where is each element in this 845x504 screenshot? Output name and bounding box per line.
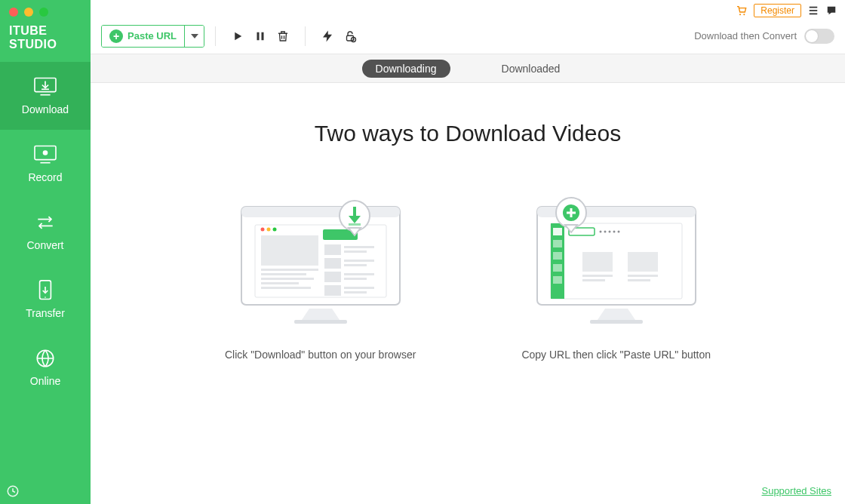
sidebar-item-download[interactable]: Download (0, 62, 91, 130)
tab-downloading[interactable]: Downloading (362, 60, 450, 78)
delete-button[interactable] (272, 25, 294, 48)
headline: Two ways to Download Videos (315, 121, 621, 146)
sidebar: ITUBE STUDIO Download Record Convert (0, 0, 91, 504)
cart-icon[interactable] (736, 5, 748, 17)
sidebar-item-online[interactable]: Online (0, 333, 91, 401)
play-button[interactable] (226, 25, 249, 48)
svg-point-71 (613, 231, 615, 233)
paste-url-label: Paste URL (128, 30, 177, 41)
paste-url-group: + Paste URL (101, 25, 204, 48)
transfer-icon (32, 280, 58, 301)
tabs: Downloading Downloaded (91, 54, 845, 83)
content-area: Two ways to Download Videos (91, 83, 845, 504)
svg-rect-47 (344, 278, 367, 280)
svg-rect-32 (261, 235, 318, 266)
window-controls (0, 0, 91, 21)
svg-rect-65 (553, 264, 562, 272)
menu-icon[interactable] (807, 5, 819, 17)
sidebar-item-transfer[interactable]: Transfer (0, 266, 91, 333)
browser-download-illustration (234, 184, 407, 327)
pause-button[interactable] (249, 25, 272, 48)
sidebar-item-label: Record (28, 171, 62, 183)
svg-rect-27 (294, 320, 347, 324)
paste-url-dropdown[interactable] (184, 26, 204, 47)
svg-rect-37 (261, 287, 311, 289)
close-window-button[interactable] (9, 8, 18, 17)
svg-rect-63 (553, 240, 562, 247)
svg-rect-46 (344, 273, 374, 275)
online-icon (32, 348, 58, 369)
tab-downloaded[interactable]: Downloaded (488, 60, 574, 78)
convert-icon (32, 212, 58, 233)
sidebar-nav: Download Record Convert Transfer (0, 62, 91, 401)
svg-rect-66 (553, 276, 562, 284)
svg-rect-77 (628, 275, 658, 277)
svg-rect-50 (344, 291, 367, 293)
sidebar-item-label: Online (30, 375, 60, 387)
separator (215, 26, 216, 46)
svg-rect-64 (553, 252, 562, 260)
utility-row: Register (91, 0, 845, 18)
svg-point-6 (43, 150, 48, 155)
svg-marker-26 (302, 309, 340, 320)
svg-point-29 (260, 228, 264, 232)
download-icon (32, 76, 58, 97)
private-mode-button[interactable] (339, 25, 361, 48)
app-brand: ITUBE STUDIO (0, 21, 91, 62)
svg-rect-14 (810, 7, 818, 8)
register-button[interactable]: Register (754, 4, 801, 17)
svg-rect-55 (349, 223, 361, 226)
svg-point-68 (599, 231, 601, 233)
svg-point-23 (352, 38, 354, 40)
toggle-knob (806, 30, 818, 42)
sidebar-item-label: Convert (26, 239, 63, 251)
sidebar-item-label: Download (22, 103, 69, 115)
svg-rect-44 (344, 264, 367, 266)
method-paste-url-caption: Copy URL then click "Paste URL" button (521, 349, 711, 361)
svg-rect-49 (344, 287, 374, 289)
sidebar-item-record[interactable]: Record (0, 130, 91, 198)
svg-point-31 (272, 228, 276, 232)
svg-rect-19 (262, 32, 264, 40)
feedback-icon[interactable] (825, 5, 837, 17)
download-then-convert-label: Download then Convert (694, 30, 797, 41)
main-area: Register + Paste URL (91, 0, 845, 504)
svg-point-9 (45, 297, 46, 298)
method-browser-caption: Click "Download" button on your browser (225, 349, 416, 361)
plus-icon: + (109, 29, 123, 43)
svg-point-72 (617, 231, 619, 233)
svg-rect-43 (344, 260, 374, 262)
svg-marker-58 (598, 309, 635, 320)
svg-point-12 (739, 14, 741, 15)
svg-rect-33 (261, 269, 318, 271)
sidebar-item-convert[interactable]: Convert (0, 198, 91, 266)
paste-url-illustration (530, 184, 703, 327)
paste-url-button[interactable]: + Paste URL (102, 26, 184, 47)
svg-rect-62 (553, 228, 562, 235)
maximize-window-button[interactable] (39, 8, 48, 17)
minimize-window-button[interactable] (24, 8, 33, 17)
svg-rect-16 (810, 14, 818, 15)
method-paste-url-card: Copy URL then click "Paste URL" button (521, 184, 711, 361)
download-then-convert-toggle[interactable] (804, 29, 834, 44)
svg-rect-34 (261, 273, 306, 275)
chevron-down-icon (191, 34, 198, 38)
svg-rect-83 (570, 208, 572, 217)
supported-sites-link[interactable]: Supported Sites (761, 485, 831, 496)
svg-rect-18 (257, 32, 260, 40)
svg-point-70 (608, 231, 610, 233)
svg-rect-73 (582, 252, 613, 272)
svg-rect-40 (344, 246, 374, 248)
svg-rect-48 (324, 285, 341, 296)
method-browser-card: Click "Download" button on your browser (225, 184, 416, 361)
history-icon[interactable] (6, 484, 20, 498)
toolbar: + Paste URL (91, 18, 845, 54)
svg-rect-78 (628, 279, 650, 281)
svg-rect-39 (324, 244, 341, 255)
sidebar-item-label: Transfer (26, 307, 65, 319)
svg-rect-15 (810, 10, 818, 11)
turbo-button[interactable] (316, 25, 339, 48)
svg-point-69 (604, 231, 606, 233)
svg-point-13 (744, 14, 745, 15)
svg-rect-25 (241, 207, 400, 217)
